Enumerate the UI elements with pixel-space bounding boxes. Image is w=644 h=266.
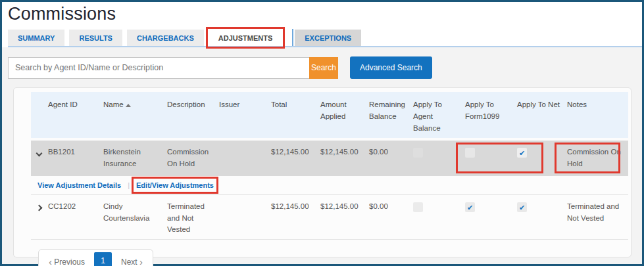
chevron-left-icon: ‹ xyxy=(49,256,52,266)
cell-agent-id: CC1202 xyxy=(48,195,103,216)
cell-remaining-balance: $0.00 xyxy=(369,141,413,162)
apply-to-net-checkbox[interactable]: ✔ xyxy=(517,202,527,212)
row-actions: View Adjustment Details | Edit/View Adju… xyxy=(31,176,628,195)
apply-to-form1099-checkbox[interactable]: ✔ xyxy=(465,148,475,158)
page-title: Commissions xyxy=(8,4,642,24)
tab-adjustments[interactable]: ADJUSTMENTS xyxy=(209,30,283,46)
page-content: Search Advanced Search Agent ID Name Des… xyxy=(2,47,642,264)
adjustments-table: Agent ID Name Description Issuer Total A… xyxy=(31,92,628,240)
app-window: Commissions SUMMARY RESULTS CHARGEBACKS … xyxy=(0,0,644,266)
next-page-button[interactable]: Next › xyxy=(114,253,149,266)
cell-apply-to-agent-balance: ✔ xyxy=(413,141,465,162)
cell-amount-applied: $12,145.00 xyxy=(320,141,369,162)
col-name-label: Name xyxy=(103,100,124,108)
chevron-right-icon xyxy=(36,205,43,211)
cell-issuer xyxy=(219,195,271,205)
sort-ascending-icon xyxy=(126,104,131,107)
page-header: Commissions SUMMARY RESULTS CHARGEBACKS … xyxy=(2,2,642,47)
cell-apply-to-net: ✔ xyxy=(517,141,567,162)
table-row: CC1202 Cindy Courtenslavia Terminated an… xyxy=(31,195,628,240)
col-issuer[interactable]: Issuer xyxy=(219,92,271,115)
link-divider: | xyxy=(128,181,130,189)
table-header-row: Agent ID Name Description Issuer Total A… xyxy=(31,92,628,141)
tab-results[interactable]: RESULTS xyxy=(69,30,122,46)
search-input[interactable] xyxy=(8,57,309,79)
table-row: BB1201 Birkenstein Insurance Commission … xyxy=(31,141,628,176)
apply-to-form1099-checkbox[interactable]: ✔ xyxy=(465,202,475,212)
apply-to-net-checkbox[interactable]: ✔ xyxy=(517,148,527,158)
search-bar: Search Advanced Search xyxy=(8,56,642,79)
tab-summary[interactable]: SUMMARY xyxy=(8,30,64,46)
cell-apply-to-form1099: ✔ xyxy=(465,141,517,162)
page-number-button[interactable]: 1 xyxy=(94,252,112,266)
checkmark-icon: ✔ xyxy=(467,202,473,213)
col-agent-id[interactable]: Agent ID xyxy=(48,92,103,115)
tab-exceptions[interactable]: EXCEPTIONS xyxy=(295,30,361,46)
cell-apply-to-agent-balance: ✔ xyxy=(413,195,465,216)
checkmark-icon: ✔ xyxy=(519,202,525,213)
tab-chargebacks[interactable]: CHARGEBACKS xyxy=(127,30,204,46)
chevron-down-icon xyxy=(36,150,43,157)
tab-divider xyxy=(292,29,293,46)
pagination: ‹ Previous 1 Next › xyxy=(38,249,153,266)
row-expand-toggle[interactable] xyxy=(31,195,48,211)
tab-bar: SUMMARY RESULTS CHARGEBACKS ADJUSTMENTS … xyxy=(8,29,642,46)
col-name[interactable]: Name xyxy=(103,92,167,115)
cell-remaining-balance: $0.00 xyxy=(369,195,413,216)
row-expand-toggle[interactable] xyxy=(31,141,48,157)
cell-agent-id: BB1201 xyxy=(48,141,103,162)
cell-total: $12,145.00 xyxy=(271,141,320,162)
col-apply-to-form1099[interactable]: Apply To Form1099 xyxy=(465,92,517,127)
cell-total: $12,145.00 xyxy=(271,195,320,216)
col-amount-applied[interactable]: Amount Applied xyxy=(320,92,369,127)
chevron-right-icon: › xyxy=(139,256,143,266)
advanced-search-button[interactable]: Advanced Search xyxy=(350,56,432,79)
cell-notes: Commission On Hold xyxy=(567,141,628,173)
cell-description: Terminated and Not Vested xyxy=(167,195,219,239)
cell-name: Birkenstein Insurance xyxy=(103,141,167,173)
cell-description: Commission On Hold xyxy=(167,141,219,173)
checkmark-icon: ✔ xyxy=(519,148,525,159)
cell-issuer xyxy=(219,141,271,150)
apply-to-agent-balance-checkbox[interactable]: ✔ xyxy=(413,202,423,212)
previous-page-button[interactable]: ‹ Previous xyxy=(42,253,91,266)
edit-view-adjustments-link[interactable]: Edit/View Adjustments xyxy=(136,181,214,189)
col-apply-to-net[interactable]: Apply To Net xyxy=(517,92,567,115)
cell-apply-to-form1099: ✔ xyxy=(465,195,517,216)
apply-to-agent-balance-checkbox[interactable]: ✔ xyxy=(413,148,423,158)
col-description[interactable]: Description xyxy=(167,92,219,115)
col-remaining-balance[interactable]: Remaining Balance xyxy=(369,92,413,127)
cell-amount-applied: $12,145.00 xyxy=(320,195,369,216)
results-panel: Agent ID Name Description Issuer Total A… xyxy=(13,87,632,257)
cell-apply-to-net: ✔ xyxy=(517,195,567,216)
previous-label: Previous xyxy=(54,257,85,266)
col-apply-to-agent-balance[interactable]: Apply To Agent Balance xyxy=(413,92,465,138)
col-total[interactable]: Total xyxy=(271,92,320,115)
cell-notes: Terminated and Not Vested xyxy=(567,195,628,228)
next-label: Next xyxy=(121,257,137,266)
view-adjustment-details-link[interactable]: View Adjustment Details xyxy=(37,181,121,189)
search-button[interactable]: Search xyxy=(309,57,338,79)
cell-name: Cindy Courtenslavia xyxy=(103,195,167,228)
expand-column-header xyxy=(31,92,48,103)
col-notes[interactable]: Notes xyxy=(567,92,628,115)
